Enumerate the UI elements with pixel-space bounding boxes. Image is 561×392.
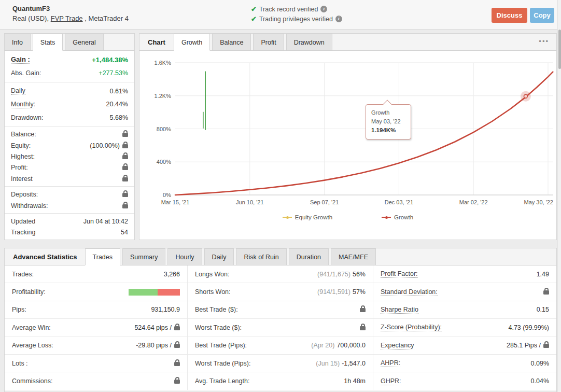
discuss-button[interactable]: Discuss — [492, 8, 527, 23]
info-icon[interactable] — [320, 6, 327, 12]
stat-label: Updated — [11, 218, 35, 225]
row-label: Longs Won: — [195, 271, 229, 278]
legend-item-equity-growth[interactable]: Equity Growth — [283, 214, 332, 220]
stat-row-updated: Updated Jun 04 at 10:42 — [11, 216, 128, 227]
sidebar-tab-stats[interactable]: Stats — [33, 34, 63, 51]
chart-tab-growth[interactable]: Growth — [174, 34, 210, 51]
chart-tab-drawdown[interactable]: Drawdown — [286, 34, 332, 50]
chart-menu-icon[interactable] — [531, 34, 556, 50]
row-label: Average Win: — [12, 324, 51, 331]
stats-tab-hourly[interactable]: Hourly — [167, 248, 202, 265]
svg-text:400%: 400% — [157, 159, 171, 165]
svg-text:Dec 03, '21: Dec 03, '21 — [385, 199, 413, 205]
row-value: 524.64 pips / — [134, 324, 172, 331]
svg-text:Jun 10, '21: Jun 10, '21 — [236, 199, 263, 205]
stats-tab-summary[interactable]: Summary — [122, 248, 165, 265]
verification-block: Track record verified Trading privileges… — [251, 4, 342, 24]
table-row-commissions: Commissions: — [5, 372, 187, 390]
row-value: 0.09% — [531, 360, 549, 367]
scrollbar-thumb[interactable] — [558, 30, 561, 69]
stats-tab-mae-mfe[interactable]: MAE/MFE — [331, 248, 376, 265]
stat-row-equity: Equity: (100.00%) — [11, 140, 128, 151]
row-value: 1.49 — [537, 271, 549, 278]
chart-tab-balance[interactable]: Balance — [212, 34, 251, 50]
lock-icon — [122, 204, 128, 208]
row-label: Z-Score (Probability): — [381, 324, 442, 331]
copy-button[interactable]: Copy — [530, 8, 554, 23]
stat-row-abs-gain: Abs. Gain: +277.53% — [11, 66, 128, 80]
row-value: -29.80 pips / — [136, 342, 172, 349]
stat-value: +277.53% — [99, 69, 128, 77]
broker-link[interactable]: FVP Trade — [51, 15, 83, 22]
lock-icon — [360, 308, 366, 312]
row-label: GHPR: — [381, 377, 401, 385]
stat-row-daily: Daily 0.61% — [11, 85, 128, 98]
row-label: Commissions: — [12, 377, 53, 385]
row-label: Sharpe Ratio — [381, 306, 418, 314]
info-icon[interactable] — [335, 16, 342, 22]
stats-column-1: Trades: 3,266 Profitability: Pips: 931,1… — [5, 265, 187, 390]
lock-icon — [174, 326, 180, 330]
stat-value: (100.00%) — [90, 142, 120, 149]
sidebar-tab-general[interactable]: General — [65, 34, 103, 50]
row-label: Average Loss: — [12, 342, 53, 349]
svg-text:1.2K%: 1.2K% — [155, 93, 172, 99]
stat-label: Tracking — [11, 229, 35, 236]
table-row-ghpr: GHPR: 0.04% — [373, 372, 556, 390]
table-row-profitability: Profitability: — [5, 283, 187, 301]
row-label: Standard Deviation: — [381, 288, 438, 296]
stats-tab-trades[interactable]: Trades — [85, 248, 120, 265]
lock-icon — [122, 155, 128, 159]
stat-row-highest: Highest: — [11, 151, 128, 162]
row-label: Best Trade (Pips): — [195, 342, 247, 349]
legend-marker-growth — [382, 217, 391, 218]
row-label: AHPR: — [381, 359, 400, 367]
scrollbar[interactable] — [557, 0, 561, 392]
row-value-muted: (Apr 20) — [311, 342, 334, 349]
stat-label: Daily — [11, 87, 25, 95]
stats-tab-duration[interactable]: Duration — [289, 248, 329, 265]
table-row-ahpr: AHPR: 0.09% — [373, 355, 556, 372]
stat-label: Profit: — [11, 164, 28, 171]
lock-icon — [122, 133, 128, 137]
row-label: Best Trade ($): — [195, 306, 238, 313]
sidebar-tab-info[interactable]: Info — [5, 34, 31, 50]
advanced-statistics-panel: Advanced Statistics Trades Summary Hourl… — [4, 248, 557, 392]
stats-tabbar: Advanced Statistics Trades Summary Hourl… — [5, 248, 556, 265]
gain-group: Gain : +1,484.38% Abs. Gain: +277.53% — [5, 51, 134, 82]
stats-sidebar: Info Stats General Gain : +1,484.38% Abs… — [4, 33, 135, 240]
row-value: 4.73 (99.99%) — [508, 324, 549, 331]
lock-icon — [122, 193, 128, 197]
verification-label: Track record verified — [259, 6, 318, 13]
stats-tab-daily[interactable]: Daily — [204, 248, 234, 265]
stats-tab-risk-of-ruin[interactable]: Risk of Ruin — [236, 248, 286, 265]
stat-value: 0.61% — [110, 88, 128, 95]
stat-label: Drawdown: — [11, 114, 44, 121]
row-label: Lots : — [12, 360, 28, 367]
growth-chart[interactable]: 0%400%800%1.2K%1.6K%Mar 15, '21Jun 10, '… — [139, 51, 556, 208]
legend-item-growth[interactable]: Growth — [382, 214, 413, 220]
chart-panel-label: Chart — [139, 34, 174, 50]
row-label: Worst Trade ($): — [195, 324, 242, 331]
table-row-sharpe-ratio: Sharpe Ratio 0.15 — [373, 301, 556, 319]
lock-icon — [174, 362, 180, 366]
row-label: Shorts Won: — [195, 288, 231, 296]
row-label: Profit Factor: — [381, 270, 418, 278]
legend-marker-equity-growth — [283, 217, 292, 218]
meta-group: Updated Jun 04 at 10:42 Tracking 54 — [5, 214, 134, 240]
stat-label: Balance: — [11, 131, 36, 138]
stat-row-deposits: Deposits: — [11, 189, 128, 200]
chart-tab-profit[interactable]: Profit — [253, 34, 284, 50]
stat-label: Highest: — [11, 153, 35, 160]
lock-icon — [122, 166, 128, 170]
legend-label: Equity Growth — [295, 214, 332, 220]
chart-tabbar: Chart Growth Balance Profit Drawdown — [139, 34, 556, 51]
profitability-bar — [129, 289, 180, 296]
row-value: 0.04% — [531, 377, 549, 385]
lock-icon — [543, 344, 549, 348]
trading-privileges-verified: Trading privileges verified — [251, 14, 342, 24]
table-row-expectancy: Expectancy 285.1 Pips / — [373, 337, 556, 355]
svg-text:800%: 800% — [157, 126, 171, 132]
lock-icon — [543, 290, 549, 295]
stats-table: Trades: 3,266 Profitability: Pips: 931,1… — [5, 265, 556, 390]
